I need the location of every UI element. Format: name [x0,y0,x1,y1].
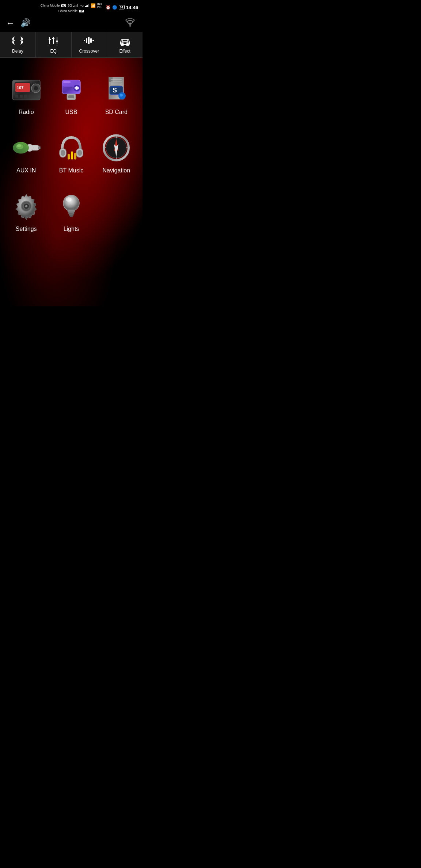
svg-rect-57 [68,154,70,160]
svg-point-71 [63,195,79,211]
app-navigation[interactable]: Navigation [94,123,139,182]
auxin-label: AUX IN [16,167,36,174]
wifi-top-icon [124,17,137,27]
wifi-icon: 📶 [91,3,96,8]
lights-icon [57,191,86,221]
network1-label: 5G [68,4,72,7]
app-settings[interactable]: Settings [4,182,49,240]
status-bar: China Mobile HD 5G 4G 📶 816B/s China Mob… [0,0,143,14]
effect-icon [118,35,132,47]
svg-rect-15 [122,40,128,42]
svg-rect-76 [70,216,73,217]
tab-bar: Delay EQ [0,32,143,58]
signal2-bars [85,4,89,7]
top-nav-left: ← 🔊 [6,18,30,28]
navigation-icon [102,133,131,162]
app-lights[interactable]: Lights [49,182,94,240]
svg-rect-26 [20,95,23,98]
battery-level: 61 [119,5,125,9]
svg-rect-7 [84,40,85,41]
svg-rect-33 [63,81,71,83]
svg-rect-39 [111,81,122,83]
svg-point-44 [120,94,123,97]
tab-eq[interactable]: EQ [36,32,72,57]
carrier2-label: China Mobile [58,9,78,13]
main-content: 107 Radio [0,58,143,306]
eq-icon [47,35,60,47]
tab-crossover[interactable]: Crossover [72,32,107,57]
btmusic-icon [57,133,86,162]
radio-icon: 107 [12,75,41,104]
svg-rect-32 [68,95,74,98]
svg-rect-25 [15,95,18,98]
back-button[interactable]: ← [6,18,15,28]
svg-rect-11 [92,40,94,41]
svg-point-72 [66,197,72,202]
svg-rect-75 [69,214,73,216]
clock-time: 14:46 [126,4,138,10]
svg-rect-49 [39,148,41,149]
svg-rect-16 [121,42,124,43]
svg-rect-56 [77,150,82,156]
delay-icon [11,35,24,47]
svg-rect-59 [74,153,76,160]
svg-rect-27 [24,95,27,98]
svg-rect-28 [29,95,31,98]
speed-label: 816B/s [97,2,102,9]
settings-label: Settings [16,226,37,232]
network2-label: 4G [80,4,84,7]
svg-rect-40 [111,84,122,85]
tab-effect-label: Effect [119,49,130,54]
tab-delay[interactable]: Delay [0,32,36,57]
svg-point-52 [17,144,21,147]
svg-text:107: 107 [17,85,23,90]
wifi-status-icon [124,17,137,29]
signal1-bars [73,4,77,7]
svg-rect-38 [111,79,122,80]
svg-text:S: S [113,87,117,94]
svg-point-0 [129,25,131,27]
sdcard-label: SD Card [105,109,128,115]
svg-rect-2 [49,39,51,40]
svg-rect-9 [88,37,90,44]
btmusic-label: BT Music [59,167,83,174]
app-sdcard[interactable]: S SD Card [94,65,139,123]
hd2-badge: HD [79,10,84,12]
sdcard-icon: S [102,75,131,104]
svg-rect-74 [68,212,74,214]
usb-label: USB [65,109,77,115]
svg-point-70 [25,205,27,208]
tab-crossover-label: Crossover [79,49,99,54]
usb-icon [57,75,86,104]
carrier1-label: China Mobile [41,4,60,7]
svg-point-24 [34,86,38,91]
svg-rect-54 [61,150,65,156]
app-grid: 107 Radio [0,58,143,248]
volume-button[interactable]: 🔊 [20,18,30,28]
auxin-icon [12,133,41,162]
svg-rect-17 [126,42,129,43]
svg-rect-4 [52,38,54,39]
app-usb[interactable]: USB [49,65,94,123]
status-time: ⏰ 🔵 61 14:46 [106,4,138,10]
lights-label: Lights [64,226,79,232]
svg-rect-6 [56,41,58,42]
svg-rect-10 [90,38,92,43]
crossover-icon [83,35,96,47]
app-auxin[interactable]: AUX IN [4,123,49,182]
svg-rect-58 [71,152,73,160]
svg-rect-48 [39,147,41,148]
app-radio[interactable]: 107 Radio [4,65,49,123]
carrier-info: China Mobile HD 5G 4G 📶 816B/s China Mob… [41,2,102,13]
svg-rect-8 [86,38,87,43]
svg-rect-37 [75,87,79,89]
radio-label: Radio [19,109,34,115]
tab-delay-label: Delay [12,49,23,54]
top-nav-bar: ← 🔊 [0,14,143,32]
tab-eq-label: EQ [50,49,56,54]
app-btmusic[interactable]: BT Music [49,123,94,182]
navigation-label: Navigation [103,167,130,174]
tab-effect[interactable]: Effect [107,32,143,57]
svg-rect-73 [68,210,75,212]
settings-icon [12,191,41,221]
